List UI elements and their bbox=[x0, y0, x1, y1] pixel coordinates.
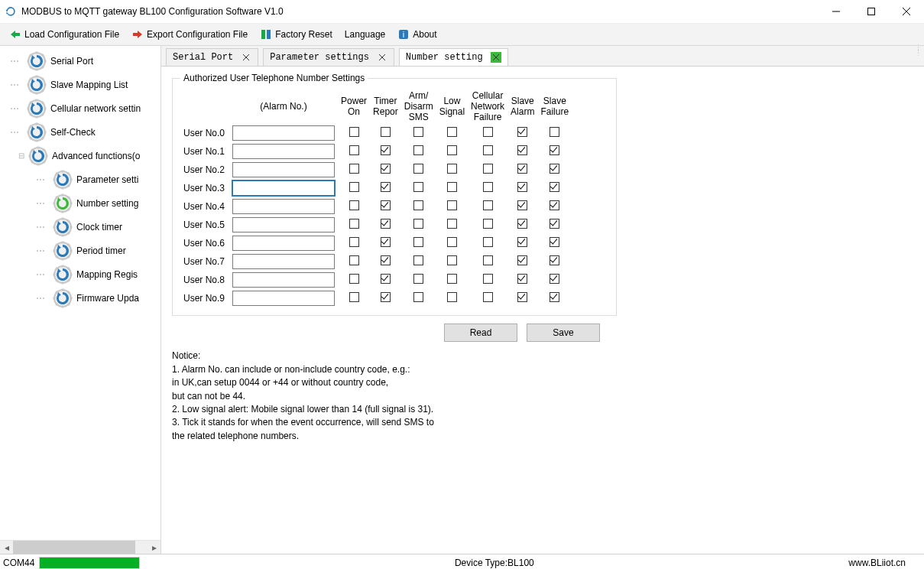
checkbox[interactable] bbox=[447, 200, 457, 210]
checkbox[interactable] bbox=[550, 182, 559, 192]
checkbox[interactable] bbox=[483, 219, 493, 229]
checkbox[interactable] bbox=[483, 127, 493, 137]
tree-hscrollbar[interactable]: ◂ ▸ bbox=[0, 540, 160, 554]
checkbox[interactable] bbox=[447, 274, 457, 284]
splitter-grip[interactable]: ⋮⋮⋮⋮⋮⋮ bbox=[915, 46, 922, 66]
alarm-number-input[interactable] bbox=[232, 162, 335, 177]
checkbox[interactable] bbox=[447, 164, 457, 174]
tree-item[interactable]: ⋯ Slave Mapping List bbox=[3, 73, 160, 96]
alarm-number-input[interactable] bbox=[232, 144, 335, 159]
checkbox[interactable] bbox=[349, 145, 359, 155]
tree-item[interactable]: ⋯ Firmware Upda bbox=[3, 286, 160, 310]
checkbox[interactable] bbox=[447, 182, 457, 192]
tree-item[interactable]: ⋯ Cellular network settin bbox=[3, 96, 160, 120]
checkbox[interactable] bbox=[413, 182, 423, 192]
export-config-button[interactable]: Export Configuration File bbox=[125, 24, 254, 44]
checkbox[interactable] bbox=[349, 164, 359, 174]
checkbox[interactable] bbox=[550, 274, 559, 284]
checkbox[interactable] bbox=[550, 127, 559, 137]
checkbox[interactable] bbox=[517, 127, 527, 137]
checkbox[interactable] bbox=[483, 255, 493, 265]
alarm-number-input[interactable] bbox=[232, 125, 335, 141]
checkbox[interactable] bbox=[517, 237, 527, 247]
alarm-number-input[interactable] bbox=[232, 272, 335, 288]
checkbox[interactable] bbox=[483, 200, 493, 210]
checkbox[interactable] bbox=[550, 255, 559, 265]
alarm-number-input[interactable] bbox=[232, 199, 335, 214]
checkbox[interactable] bbox=[550, 292, 559, 302]
tree-item[interactable]: ⋯ Period timer bbox=[3, 239, 160, 262]
alarm-number-input[interactable] bbox=[232, 217, 335, 232]
tree-item[interactable]: ⋯ Number setting bbox=[3, 191, 160, 215]
checkbox[interactable] bbox=[349, 237, 359, 247]
alarm-number-input[interactable] bbox=[232, 236, 335, 251]
checkbox[interactable] bbox=[483, 237, 493, 247]
checkbox[interactable] bbox=[381, 200, 391, 210]
checkbox[interactable] bbox=[517, 219, 527, 229]
scroll-right-icon[interactable]: ▸ bbox=[148, 541, 160, 554]
checkbox[interactable] bbox=[550, 219, 559, 229]
about-button[interactable]: i About bbox=[391, 24, 443, 44]
checkbox[interactable] bbox=[413, 237, 423, 247]
checkbox[interactable] bbox=[349, 200, 359, 210]
checkbox[interactable] bbox=[349, 255, 359, 265]
checkbox[interactable] bbox=[447, 127, 457, 137]
checkbox[interactable] bbox=[447, 219, 457, 229]
tree-item[interactable]: ⋯ Serial Port bbox=[3, 49, 160, 73]
tree-item[interactable]: ⋯ Parameter setti bbox=[3, 167, 160, 191]
checkbox[interactable] bbox=[381, 145, 391, 155]
checkbox[interactable] bbox=[381, 127, 391, 137]
checkbox[interactable] bbox=[349, 182, 359, 192]
checkbox[interactable] bbox=[413, 200, 423, 210]
checkbox[interactable] bbox=[517, 274, 527, 284]
checkbox[interactable] bbox=[447, 255, 457, 265]
checkbox[interactable] bbox=[517, 182, 527, 192]
factory-reset-button[interactable]: Factory Reset bbox=[254, 24, 339, 44]
read-button[interactable]: Read bbox=[444, 324, 517, 342]
language-button[interactable]: Language bbox=[339, 24, 391, 44]
tree-item[interactable]: ⊟ Advanced functions(o bbox=[3, 144, 160, 167]
checkbox[interactable] bbox=[349, 127, 359, 137]
checkbox[interactable] bbox=[447, 145, 457, 155]
checkbox[interactable] bbox=[483, 164, 493, 174]
alarm-number-input[interactable] bbox=[232, 254, 335, 269]
tab-close-icon[interactable] bbox=[491, 52, 501, 63]
checkbox[interactable] bbox=[381, 219, 391, 229]
checkbox[interactable] bbox=[381, 255, 391, 265]
checkbox[interactable] bbox=[349, 274, 359, 284]
checkbox[interactable] bbox=[381, 274, 391, 284]
tab[interactable]: Parameter settings bbox=[263, 48, 394, 66]
tree-item[interactable]: ⋯ Self-Check bbox=[3, 120, 160, 144]
tab-close-icon[interactable] bbox=[241, 52, 251, 63]
alarm-number-input[interactable] bbox=[232, 180, 335, 196]
checkbox[interactable] bbox=[447, 292, 457, 302]
checkbox[interactable] bbox=[413, 145, 423, 155]
tree-item[interactable]: ⋯ Clock timer bbox=[3, 215, 160, 239]
collapse-icon[interactable]: ⊟ bbox=[17, 151, 26, 160]
load-config-button[interactable]: Load Configuration File bbox=[3, 24, 125, 44]
close-button[interactable] bbox=[889, 0, 924, 23]
checkbox[interactable] bbox=[483, 145, 493, 155]
tab-close-icon[interactable] bbox=[377, 52, 387, 63]
checkbox[interactable] bbox=[413, 292, 423, 302]
checkbox[interactable] bbox=[413, 127, 423, 137]
checkbox[interactable] bbox=[517, 200, 527, 210]
checkbox[interactable] bbox=[550, 164, 559, 174]
checkbox[interactable] bbox=[517, 255, 527, 265]
alarm-number-input[interactable] bbox=[232, 291, 335, 306]
checkbox[interactable] bbox=[483, 182, 493, 192]
checkbox[interactable] bbox=[413, 274, 423, 284]
checkbox[interactable] bbox=[447, 237, 457, 247]
tab[interactable]: Number setting bbox=[399, 48, 508, 66]
checkbox[interactable] bbox=[413, 255, 423, 265]
checkbox[interactable] bbox=[517, 292, 527, 302]
checkbox[interactable] bbox=[550, 145, 559, 155]
checkbox[interactable] bbox=[381, 164, 391, 174]
minimize-button[interactable] bbox=[819, 0, 854, 23]
checkbox[interactable] bbox=[517, 164, 527, 174]
checkbox[interactable] bbox=[381, 292, 391, 302]
checkbox[interactable] bbox=[349, 292, 359, 302]
checkbox[interactable] bbox=[349, 219, 359, 229]
checkbox[interactable] bbox=[381, 237, 391, 247]
scroll-left-icon[interactable]: ◂ bbox=[0, 541, 13, 554]
